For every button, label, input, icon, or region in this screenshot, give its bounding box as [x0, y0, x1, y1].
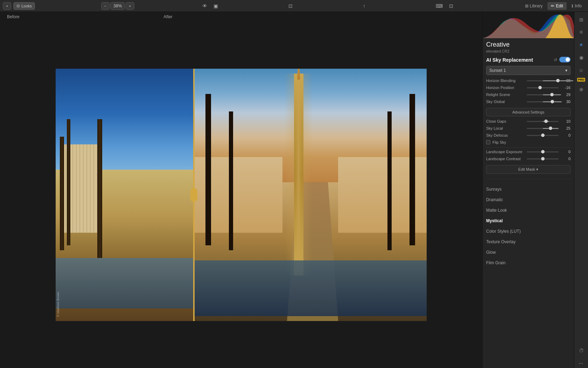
panel-content: Creative elevated.CR2 AI Sky Replacement…: [483, 38, 574, 368]
sky-dropdown[interactable]: Sunset 1 ▾: [486, 66, 570, 75]
more-icon: •••: [579, 362, 583, 365]
section-controls: ↺: [553, 57, 570, 63]
slider-thumb[interactable]: [541, 150, 545, 154]
face-icon: ☺: [579, 67, 583, 73]
sliders-icon: ≡: [580, 29, 583, 35]
slider-value: 0: [561, 157, 570, 161]
panel-header: Creative elevated.CR2 AI Sky Replacement…: [483, 38, 574, 184]
slider-thumb[interactable]: [556, 79, 560, 82]
slider-thumb[interactable]: [551, 100, 554, 103]
effect-item-sunrays[interactable]: Sunrays: [483, 184, 574, 195]
adjustments-button[interactable]: ≡: [576, 27, 586, 37]
before-after-labels: Before After: [0, 12, 482, 22]
split-image[interactable]: © Matthew Brown: [56, 69, 427, 321]
slider-label: Landscape Contrast: [486, 157, 525, 161]
slider-track[interactable]: [527, 135, 559, 136]
slider-row-landscape-exposure: Landscape Exposure0: [486, 150, 570, 154]
main-sliders: Horizon Blending98Horizon Position-16Rel…: [486, 79, 570, 104]
panel-filename: elevated.CR2: [486, 49, 570, 53]
slider-track[interactable]: [527, 158, 559, 159]
effect-item-film-grain[interactable]: Film Grain: [483, 258, 574, 268]
split-handle[interactable]: [190, 188, 197, 202]
right-panel: Creative elevated.CR2 AI Sky Replacement…: [482, 12, 574, 368]
keyboard-button[interactable]: ⌨: [434, 2, 445, 10]
slider-track[interactable]: [527, 128, 559, 129]
edit-mask-button[interactable]: Edit Mask ▾: [486, 165, 570, 174]
zoom-minus-button[interactable]: −: [101, 2, 110, 10]
palette-icon: ◉: [579, 55, 583, 60]
crop-button[interactable]: ⊡: [286, 2, 295, 10]
slider-track[interactable]: [527, 151, 559, 152]
slider-track[interactable]: [527, 101, 559, 102]
preview-button[interactable]: 👁: [200, 2, 209, 10]
tools-icon: ⊕: [579, 87, 583, 92]
library-icon: ⊞: [525, 4, 528, 8]
tools-button[interactable]: ⊕: [576, 84, 586, 94]
reset-button[interactable]: ↺: [553, 57, 558, 63]
main-content: Before After: [0, 12, 588, 368]
palm-before-1: [60, 137, 64, 250]
water-after: [194, 260, 427, 316]
tab-edit[interactable]: ✏ Edit: [547, 2, 567, 10]
slider-thumb[interactable]: [538, 86, 542, 89]
palm-after-3: [410, 94, 415, 245]
share-button[interactable]: ↑: [361, 2, 368, 10]
flip-sky-checkbox[interactable]: [486, 140, 490, 144]
after-label: After: [156, 14, 172, 19]
slider-value: -16: [561, 86, 570, 90]
slider-value: 0: [561, 150, 570, 154]
slider-row-sky-defocus: Sky Defocus0: [486, 133, 570, 137]
slider-track[interactable]: [527, 87, 559, 88]
slider-row-close-gaps: Close Gaps10: [486, 119, 570, 123]
zoom-value[interactable]: 38%: [110, 2, 125, 10]
effect-item-mystical[interactable]: Mystical: [483, 216, 574, 226]
tower: [294, 74, 303, 275]
slider-thumb[interactable]: [550, 93, 554, 96]
tab-library[interactable]: ⊞ Library: [522, 2, 546, 10]
history-button[interactable]: ⏱: [576, 346, 586, 355]
water-before: [56, 258, 194, 308]
histogram: [483, 12, 574, 38]
more-button[interactable]: •••: [576, 358, 586, 368]
slider-row-horizon-position: Horizon Position-16: [486, 86, 570, 90]
effect-item-dramatic[interactable]: Dramatic: [483, 195, 574, 205]
palette-button[interactable]: ◉: [576, 53, 586, 62]
looks-button[interactable]: ◎ Looks: [13, 2, 35, 10]
slider-track[interactable]: [527, 121, 559, 122]
effect-item-texture-overlay[interactable]: Texture Overlay: [483, 237, 574, 247]
slider-track[interactable]: [527, 80, 559, 81]
slider-label: Horizon Position: [486, 86, 525, 90]
preview-icon: 👁: [202, 3, 207, 9]
divider-1: [486, 147, 570, 148]
after-image: [194, 69, 427, 321]
portrait-button[interactable]: ☺: [576, 65, 586, 75]
tab-info[interactable]: ℹ Info: [568, 2, 585, 10]
histogram-svg: [483, 12, 574, 38]
slider-thumb[interactable]: [544, 120, 548, 123]
fullscreen-button[interactable]: ⊡: [447, 2, 455, 10]
slider-value: 0: [561, 133, 570, 137]
keyboard-icon: ⌨: [436, 3, 443, 9]
compare-button[interactable]: ▣: [211, 2, 220, 10]
tower-spire: [297, 69, 300, 80]
slider-thumb[interactable]: [541, 134, 545, 137]
effect-item-glow[interactable]: Glow: [483, 247, 574, 258]
watermark: © Matthew Brown: [56, 292, 60, 317]
share-icon: ↑: [363, 3, 365, 9]
slider-thumb[interactable]: [549, 127, 552, 130]
zoom-plus-button[interactable]: +: [126, 2, 134, 10]
slider-track[interactable]: [527, 94, 559, 95]
section-header: AI Sky Replacement ↺: [486, 57, 570, 63]
zoom-control: − 38% +: [101, 2, 134, 10]
compare-icon: ▣: [214, 3, 218, 9]
slider-value: 25: [561, 126, 570, 130]
toggle-button[interactable]: [559, 57, 570, 62]
slider-thumb[interactable]: [541, 157, 545, 161]
advanced-settings-button[interactable]: Advanced Settings: [486, 108, 570, 116]
slider-label: Close Gaps: [486, 119, 525, 123]
add-button[interactable]: +: [3, 2, 11, 10]
sun-button[interactable]: ☀: [576, 40, 586, 50]
effect-item-matte-look[interactable]: Matte Look: [483, 205, 574, 216]
effect-item-color-styles-(lut)[interactable]: Color Styles (LUT): [483, 226, 574, 237]
layers-button[interactable]: ⊞: [576, 15, 586, 25]
